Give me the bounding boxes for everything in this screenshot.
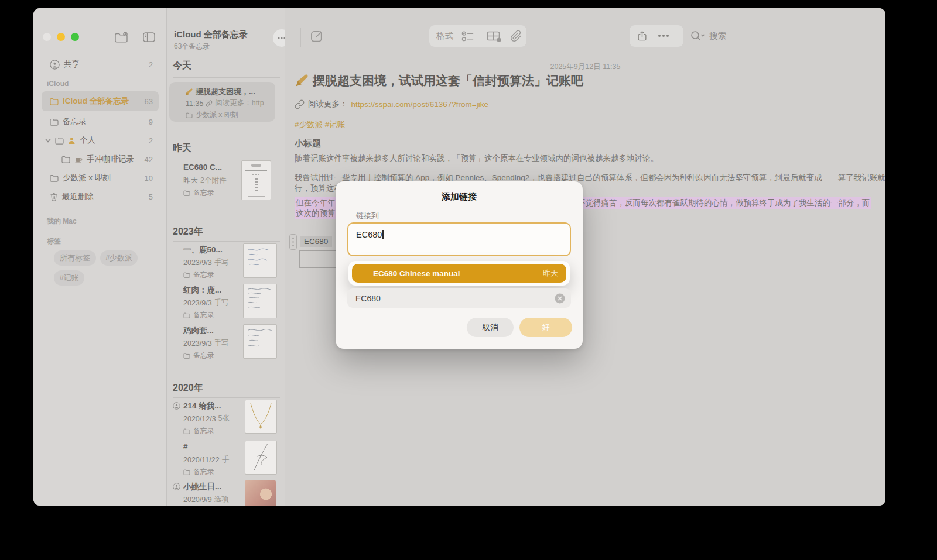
share-button[interactable] xyxy=(637,29,648,43)
note-thumbnail-manual xyxy=(241,160,271,200)
note-title: 小姚生日... xyxy=(183,482,221,492)
note-snippet: 选项 xyxy=(214,494,229,504)
trash-icon xyxy=(50,193,58,201)
tag-label: #记账 xyxy=(59,273,78,283)
folder-icon xyxy=(50,118,59,126)
sidebar-item-label: 共享 xyxy=(64,59,80,70)
ok-button[interactable]: 好 xyxy=(519,318,572,337)
zoom-window-button[interactable] xyxy=(71,33,79,41)
note-folder: 备忘录 xyxy=(193,351,214,360)
clear-field-button[interactable] xyxy=(555,293,565,304)
highlighted-text-line-2: 这次的预算 xyxy=(295,208,337,219)
note-card-snippet-row: 2020/11/22 手 xyxy=(183,455,229,465)
note-time: 2020/9/9 xyxy=(183,496,212,504)
new-folder-icon xyxy=(114,32,128,43)
sidebar-section-my-mac: 我的 Mac xyxy=(47,217,77,226)
compose-icon xyxy=(310,29,323,43)
sidebar-item-label: 少数派 x 即刻 xyxy=(63,173,111,183)
sidebar-item-coffee-notes[interactable]: 手冲咖啡记录 42 xyxy=(42,150,159,169)
link-target-input[interactable]: EC680 xyxy=(347,222,571,256)
note-card-budget[interactable]: 摆脱超支困境，... 11:35 阅读更多：http 少数派 x 即刻 xyxy=(169,82,275,122)
cancel-button[interactable]: 取消 xyxy=(467,318,514,337)
note-card-deer-1[interactable]: 一、鹿50... 2023/9/3 手写 备忘录 xyxy=(167,242,285,281)
folder-icon xyxy=(55,137,64,145)
search-button[interactable]: 搜索 xyxy=(690,30,726,42)
read-more-link[interactable]: https://sspai.com/post/61367?from=jike xyxy=(351,100,489,109)
tag-pill-all-tags[interactable]: 所有标签 xyxy=(54,250,96,266)
link-name-value: EC680 xyxy=(355,294,381,303)
sidebar-item-count: 2 xyxy=(149,60,153,69)
note-card-hash[interactable]: # 2020/11/22 手 备忘录 xyxy=(167,439,285,478)
person-emoji-icon xyxy=(68,137,76,145)
note-card-birthday[interactable]: 小姚生日... 2020/9/9 选项 xyxy=(167,479,285,506)
note-thumbnail-handwriting xyxy=(243,284,277,318)
chevron-down-icon[interactable] xyxy=(45,138,51,143)
note-card-snippet-row: 11:35 阅读更多：http xyxy=(186,98,264,108)
table-icon xyxy=(487,31,502,42)
more-button[interactable] xyxy=(658,34,669,37)
new-folder-button[interactable] xyxy=(114,32,128,43)
note-time: 2020/11/22 xyxy=(183,456,220,464)
list-section-2020: 2020年 xyxy=(173,382,203,394)
new-note-button[interactable] xyxy=(310,29,323,43)
toggle-sidebar-button[interactable] xyxy=(143,32,155,42)
link-name-field[interactable]: EC680 xyxy=(347,288,571,308)
sidebar-item-sspai-jike[interactable]: 少数派 x 即刻 10 xyxy=(42,169,159,187)
note-folder: 备忘录 xyxy=(193,426,214,436)
note-snippet: 手写 xyxy=(214,298,229,308)
list-section-2023: 2023年 xyxy=(173,226,203,238)
tag-pill-jizhang[interactable]: #记账 xyxy=(54,270,84,286)
format-button[interactable]: 格式 xyxy=(436,30,453,42)
folder-icon xyxy=(183,428,190,434)
drag-handle[interactable] xyxy=(289,234,297,250)
sidebar-item-memos[interactable]: 备忘录 9 xyxy=(42,112,159,131)
selected-inline-text[interactable]: EC680 xyxy=(300,236,332,247)
shared-person-icon xyxy=(173,402,180,410)
highlighted-text-line-1-right: 不觉得痛苦，反而每次都有雀跃期待的心情，做预算终于成为了我生活的一部分，而 xyxy=(576,197,871,209)
note-thumbnail-scribble xyxy=(245,441,277,475)
note-time: 2023/9/3 xyxy=(183,299,212,307)
read-more-row: 阅读更多： https://sspai.com/post/61367?from=… xyxy=(295,99,488,109)
close-window-button[interactable] xyxy=(43,33,51,41)
folder-icon xyxy=(50,174,59,182)
note-card-folder-row: 备忘录 xyxy=(183,351,214,360)
note-card-snippet-row: 2020/12/3 5张 xyxy=(183,414,230,424)
sidebar-item-recently-deleted[interactable]: 最近删除 5 xyxy=(42,187,159,206)
note-tags[interactable]: #少数派 #记账 xyxy=(295,119,345,130)
shared-person-icon xyxy=(173,483,180,490)
note-snippet: 手 xyxy=(222,455,230,465)
note-card-snippet-row: 2023/9/3 手写 xyxy=(183,338,229,348)
tag-label: 所有标签 xyxy=(60,253,90,263)
paperclip-icon xyxy=(510,29,522,43)
sidebar-item-personal[interactable]: 个人 2 xyxy=(42,131,159,150)
note-folder: 备忘录 xyxy=(193,467,214,477)
note-card-ec680[interactable]: EC680 C... 昨天 2个附件 备忘录 xyxy=(167,159,285,212)
link-icon xyxy=(206,100,213,107)
minimize-window-button[interactable] xyxy=(57,33,65,41)
tag-label: #少数派 xyxy=(105,253,132,263)
highlighted-text-line-1-left: 但在今年年 xyxy=(295,197,337,209)
table-button[interactable] xyxy=(487,31,502,42)
note-card-214[interactable]: 214 给我... 2020/12/3 5张 备忘录 xyxy=(167,398,285,437)
folder-icon xyxy=(183,312,190,318)
tag-pill-sspai[interactable]: #少数派 xyxy=(100,250,138,266)
note-folder: 少数派 x 即刻 xyxy=(196,110,238,120)
note-time: 11:35 xyxy=(186,99,203,108)
attach-button[interactable] xyxy=(510,29,522,43)
note-card-chicken[interactable]: 鸡肉套... 2023/9/3 手写 备忘录 xyxy=(167,323,285,362)
suggestion-dropdown: EC680 Chinese manual 昨天 xyxy=(348,261,570,286)
person-circle-icon xyxy=(50,60,60,70)
note-card-snippet-row: 2023/9/3 手写 xyxy=(183,298,229,308)
note-snippet: 手写 xyxy=(214,257,229,267)
note-card-redmeat[interactable]: 红肉：鹿... 2023/9/3 手写 备忘录 xyxy=(167,283,285,321)
note-title: # xyxy=(183,442,188,451)
sidebar-section-icloud: iCloud xyxy=(47,80,69,88)
text-caret xyxy=(382,230,384,239)
checklist-button[interactable] xyxy=(461,30,475,42)
note-snippet: 阅读更多：http xyxy=(215,98,264,108)
list-section-today: 今天 xyxy=(173,60,191,72)
suggestion-item-ec680-manual[interactable]: EC680 Chinese manual 昨天 xyxy=(352,264,566,283)
sidebar-item-shared[interactable]: 共享 2 xyxy=(42,55,159,74)
sidebar-item-count: 2 xyxy=(149,136,153,145)
sidebar-item-all-notes[interactable]: iCloud 全部备忘录 63 xyxy=(42,91,159,111)
